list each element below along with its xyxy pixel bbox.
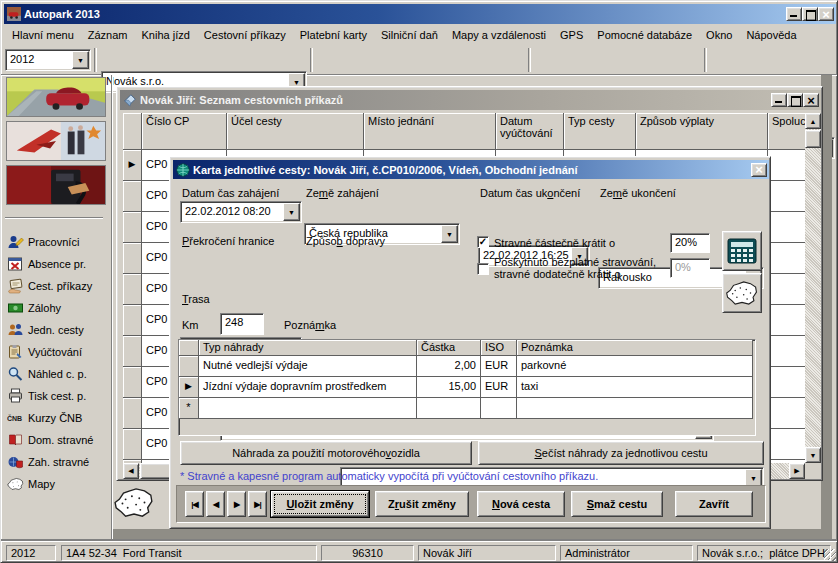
status-panel-2: 96310 — [321, 545, 414, 561]
cancel-button[interactable]: Zrušit změny — [375, 491, 469, 517]
vertical-scrollbar[interactable]: ▲ ▼ — [805, 113, 821, 463]
save-button[interactable]: Uložit změny — [271, 491, 369, 517]
child-maximize-button[interactable] — [787, 93, 803, 107]
border-crossing-label: Překročení hranice — [182, 235, 274, 247]
year-value: 2012 — [10, 53, 70, 65]
column-header-cislo-cp: Číslo CP — [142, 113, 227, 150]
sidebar-item-mapy[interactable]: Mapy — [7, 473, 109, 495]
sidebar-item-pracovnici[interactable]: Pracovníci — [7, 231, 109, 253]
sidebar-item-absence-pr[interactable]: Absence pr. — [7, 253, 109, 275]
sidebar-item-kurzy-cnb[interactable]: ČNBKurzy ČNB — [7, 407, 109, 429]
delete-trip-button[interactable]: Smaž cestu — [571, 491, 663, 517]
free-meals-label: Poskytnuto bezplatné stravování, stravné… — [494, 256, 672, 280]
menu-item-zaznam[interactable]: Záznam — [81, 26, 135, 44]
menu-item-gps[interactable]: GPS — [553, 26, 590, 44]
footnote: * Stravné a kapesné program automaticky … — [180, 470, 598, 482]
menu-item-platebni-karty[interactable]: Platební karty — [293, 26, 374, 44]
menu-item-mapy-a-vzdalenosti[interactable]: Mapy a vzdálenosti — [445, 26, 553, 44]
menu-item-kniha-jizd[interactable]: Kniha jízd — [135, 26, 197, 44]
dropdown-arrow-icon[interactable]: ▼ — [283, 203, 300, 221]
map-blob-icon[interactable] — [113, 484, 155, 521]
menu-item-hlavni-menu[interactable]: Hlavní menu — [5, 26, 81, 44]
meal-reduction-checkbox[interactable]: ✓ — [477, 236, 489, 248]
first-record-button[interactable]: |◀ — [185, 491, 204, 517]
sidebar-item-jedn-cesty[interactable]: Jedn. cesty — [7, 319, 109, 341]
new-trip-button[interactable]: Nová cesta — [477, 491, 565, 517]
sidebar-item-dom-stravne[interactable]: Dom. stravné — [7, 429, 109, 451]
grid-cell — [768, 429, 805, 460]
comp-cell: taxi — [517, 377, 753, 398]
scroll-left-button[interactable]: ◀ — [123, 463, 139, 479]
toolbar-separator — [310, 48, 313, 72]
menu-item-okno[interactable]: Okno — [699, 26, 739, 44]
fuel-photo — [6, 165, 106, 205]
row-selector — [123, 398, 142, 429]
grid-cell — [768, 212, 805, 243]
main-titlebar[interactable]: Autopark 2013 × — [4, 4, 836, 24]
dropdown-arrow-icon[interactable]: ▼ — [441, 225, 458, 243]
dialog-close-button[interactable]: × — [751, 163, 767, 177]
dialog-titlebar[interactable]: Karta jednotlivé cesty: Novák Jiří, č.CP… — [173, 160, 769, 179]
sidebar-item-zalohy[interactable]: Zálohy — [7, 297, 109, 319]
minimize-button[interactable] — [786, 7, 802, 21]
start-datetime-combo[interactable]: 22.02.2012 08:20 ▼ — [180, 201, 302, 223]
end-datetime-label: Datum čas ukončení — [480, 187, 580, 199]
child-close-button[interactable]: × — [803, 93, 819, 107]
last-record-button[interactable]: ▶| — [248, 491, 267, 517]
calculator-button[interactable] — [722, 231, 762, 271]
scroll-right-button[interactable]: ▶ — [789, 463, 805, 479]
single-trips-icon — [7, 322, 24, 338]
sidebar-item-cest-prikazy[interactable]: Cest. příkazy — [7, 275, 109, 297]
previous-record-button[interactable]: ◀ — [206, 491, 225, 517]
column-header-typ-cesty: Typ cesty — [564, 113, 636, 150]
sum-compensation-button[interactable]: Sečíst náhrady za jednotlivou cestu — [478, 441, 764, 465]
app-title: Autopark 2013 — [24, 8, 100, 20]
sidebar-item-label: Zálohy — [28, 302, 61, 314]
column-header-ucel-cesty: Účel cesty — [227, 113, 364, 150]
vehicle-compensation-button[interactable]: Náhrada za použití motorového vozidla — [180, 441, 472, 465]
comp-table-row[interactable]: Nutné vedlejší výdaje2,00EURparkovné — [179, 356, 755, 377]
free-meals-percent-input[interactable]: 0% — [670, 258, 710, 278]
travel-orders-icon — [7, 278, 24, 294]
child-minimize-button[interactable] — [771, 93, 787, 107]
dropdown-arrow-icon[interactable]: ▼ — [72, 51, 89, 69]
meal-reduction-percent-input[interactable]: 20% — [670, 233, 710, 253]
trip-list-titlebar[interactable]: Novák Jiří: Seznam cestovních příkazů × — [120, 90, 821, 110]
globe-icon — [176, 163, 190, 177]
menu-item-napoveda[interactable]: Nápověda — [739, 26, 803, 44]
sidebar-item-zah-stravne[interactable]: Zah. stravné — [7, 451, 109, 473]
sidebar-item-label: Kurzy ČNB — [28, 412, 82, 424]
scroll-down-button[interactable]: ▼ — [805, 447, 821, 463]
column-header-selector — [123, 113, 142, 150]
vertical-scroll-thumb[interactable] — [805, 130, 821, 148]
scroll-up-button[interactable]: ▲ — [805, 113, 821, 129]
status-panel-4: Administrátor — [560, 545, 693, 561]
menu-item-pomocne-databaze[interactable]: Pomocné databáze — [590, 26, 699, 44]
sidebar-item-vyuctovani[interactable]: Vyúčtování — [7, 341, 109, 363]
next-record-button[interactable]: ▶ — [227, 491, 246, 517]
close-dialog-button[interactable]: Zavřít — [675, 491, 753, 517]
status-panel-1: 1A4 52-34 Ford Transit — [61, 545, 317, 561]
map-button[interactable] — [722, 273, 762, 313]
maximize-button[interactable] — [802, 7, 818, 21]
compensations-grid: Typ náhradyČástkaISOPoznámkaNutné vedlej… — [178, 339, 756, 436]
menu-item-cestovni-prikazy[interactable]: Cestovní příkazy — [197, 26, 293, 44]
free-meals-checkbox[interactable] — [477, 263, 489, 275]
year-combo[interactable]: 2012▼ — [5, 49, 91, 71]
domestic-allowance-icon — [7, 432, 24, 448]
comp-cell: Nutné vedlejší výdaje — [199, 356, 417, 377]
sidebar-item-nahled-c-p[interactable]: Náhled c. p. — [7, 363, 109, 385]
comp-new-row[interactable]: * — [179, 398, 755, 419]
comp-table-row[interactable]: ▶Jízdní výdaje dopravním prostředkem15,0… — [179, 377, 755, 398]
row-selector — [123, 274, 142, 305]
app-icon — [7, 7, 21, 21]
sidebar-item-label: Mapy — [28, 478, 55, 490]
menubar: Hlavní menuZáznamKniha jízdCestovní přík… — [3, 24, 837, 45]
calculator-icon — [727, 238, 757, 264]
sidebar-item-tisk-cest-p[interactable]: Tisk cest. p. — [7, 385, 109, 407]
km-input[interactable]: 248 — [220, 313, 264, 335]
row-selector: ▶ — [179, 377, 199, 398]
menu-item-silnicni-dan[interactable]: Silniční daň — [374, 26, 445, 44]
column-header-datum-vyuctovani: Datum vyúčtování — [496, 113, 564, 150]
close-button[interactable]: × — [818, 7, 834, 21]
